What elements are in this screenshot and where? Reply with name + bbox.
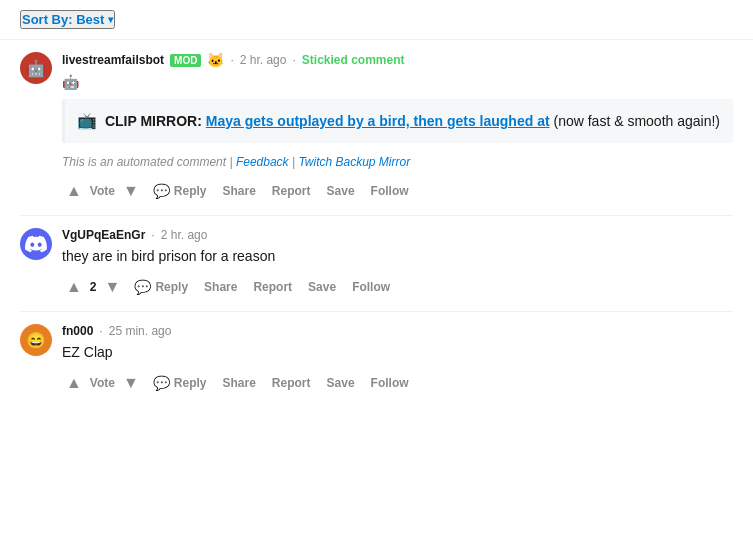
clip-icon: 📺 — [77, 109, 97, 133]
vote-label-3: Vote — [90, 376, 115, 390]
comments-container: 🤖 livestreamfailsbot MOD 🐱 · 2 hr. ago ·… — [0, 40, 753, 407]
comment-content-3: EZ Clap — [62, 342, 733, 363]
comment-body-1: livestreamfailsbot MOD 🐱 · 2 hr. ago · S… — [62, 52, 733, 203]
comment-body-2: VgUPqEaEnGr · 2 hr. ago they are in bird… — [62, 228, 733, 299]
sort-bar: Sort By: Best ▾ — [0, 0, 753, 40]
report-button-2[interactable]: Report — [247, 276, 298, 298]
action-bar-2: ▲ 2 ▼ 💬 Reply Share Report — [62, 275, 733, 299]
stickied-badge: Stickied comment — [302, 53, 405, 67]
dot-sep-3: · — [99, 324, 102, 338]
save-button-3[interactable]: Save — [321, 372, 361, 394]
avatar-3: 😄 — [20, 324, 52, 356]
vote-section-1: ▲ Vote ▼ — [62, 180, 143, 202]
username-1: livestreamfailsbot — [62, 53, 164, 67]
action-bar-1: ▲ Vote ▼ 💬 Reply Share Report — [62, 179, 733, 203]
comment-icon-3: 💬 — [153, 375, 170, 391]
vote-section-3: ▲ Vote ▼ — [62, 372, 143, 394]
comment-content-1: 🤖 📺 CLIP MIRROR: Maya gets outplayed by … — [62, 72, 733, 171]
timestamp-3: 25 min. ago — [109, 324, 172, 338]
comment-thread-2: VgUPqEaEnGr · 2 hr. ago they are in bird… — [20, 216, 733, 312]
share-button-3[interactable]: Share — [217, 372, 262, 394]
comment-header-3: fn000 · 25 min. ago — [62, 324, 733, 338]
comment-1: 🤖 livestreamfailsbot MOD 🐱 · 2 hr. ago ·… — [20, 52, 733, 203]
comment-body-3: fn000 · 25 min. ago EZ Clap ▲ Vote ▼ 💬 R… — [62, 324, 733, 395]
upvote-button-3[interactable]: ▲ — [62, 372, 86, 394]
save-button-2[interactable]: Save — [302, 276, 342, 298]
dot-sep-2: · — [151, 228, 154, 242]
comment-header-2: VgUPqEaEnGr · 2 hr. ago — [62, 228, 733, 242]
bot-emoji: 🤖 — [62, 74, 79, 90]
timestamp-1-text: 2 hr. ago — [240, 53, 287, 67]
reply-button-2[interactable]: 💬 Reply — [128, 275, 194, 299]
report-button-1[interactable]: Report — [266, 180, 317, 202]
timestamp-1: · — [230, 53, 233, 67]
report-button-3[interactable]: Report — [266, 372, 317, 394]
discord-logo-icon — [25, 233, 47, 255]
comment-thread-3: 😄 fn000 · 25 min. ago EZ Clap ▲ Vote ▼ — [20, 312, 733, 407]
feedback-link[interactable]: Feedback — [236, 155, 289, 169]
downvote-button-3[interactable]: ▼ — [119, 372, 143, 394]
follow-button-3[interactable]: Follow — [365, 372, 415, 394]
follow-button-1[interactable]: Follow — [365, 180, 415, 202]
chevron-down-icon: ▾ — [108, 14, 113, 25]
reply-button-1[interactable]: 💬 Reply — [147, 179, 213, 203]
sort-label-text: Sort By: Best — [22, 12, 104, 27]
comment-2: VgUPqEaEnGr · 2 hr. ago they are in bird… — [20, 228, 733, 299]
automated-note: This is an automated comment | Feedback … — [62, 153, 733, 171]
action-bar-3: ▲ Vote ▼ 💬 Reply Share Report — [62, 371, 733, 395]
mod-icon: 🐱 — [207, 52, 224, 68]
avatar-2 — [20, 228, 52, 260]
comment-3: 😄 fn000 · 25 min. ago EZ Clap ▲ Vote ▼ — [20, 324, 733, 395]
upvote-button-1[interactable]: ▲ — [62, 180, 86, 202]
avatar: 🤖 — [20, 52, 52, 84]
vote-count-2: 2 — [90, 280, 97, 294]
vote-label-1: Vote — [90, 184, 115, 198]
vote-section-2: ▲ 2 ▼ — [62, 276, 124, 298]
mod-badge: MOD — [170, 54, 201, 67]
dot-sep: · — [292, 53, 295, 67]
comment-thread-1: 🤖 livestreamfailsbot MOD 🐱 · 2 hr. ago ·… — [20, 40, 733, 216]
upvote-button-2[interactable]: ▲ — [62, 276, 86, 298]
downvote-button-1[interactable]: ▼ — [119, 180, 143, 202]
comment-icon-2: 💬 — [134, 279, 151, 295]
timestamp-2: 2 hr. ago — [161, 228, 208, 242]
save-button-1[interactable]: Save — [321, 180, 361, 202]
follow-button-2[interactable]: Follow — [346, 276, 396, 298]
backup-link[interactable]: Twitch Backup Mirror — [298, 155, 410, 169]
reply-button-3[interactable]: 💬 Reply — [147, 371, 213, 395]
username-3: fn000 — [62, 324, 93, 338]
clip-suffix: (now fast & smooth again!) — [553, 113, 720, 129]
username-2: VgUPqEaEnGr — [62, 228, 145, 242]
comment-content-2: they are in bird prison for a reason — [62, 246, 733, 267]
comment-header-1: livestreamfailsbot MOD 🐱 · 2 hr. ago · S… — [62, 52, 733, 68]
share-button-1[interactable]: Share — [217, 180, 262, 202]
share-button-2[interactable]: Share — [198, 276, 243, 298]
clip-mirror-box: 📺 CLIP MIRROR: Maya gets outplayed by a … — [62, 99, 733, 143]
clip-label: CLIP MIRROR: — [105, 113, 206, 129]
clip-link[interactable]: Maya gets outplayed by a bird, then gets… — [206, 113, 550, 129]
downvote-button-2[interactable]: ▼ — [101, 276, 125, 298]
comment-icon-1: 💬 — [153, 183, 170, 199]
sort-button[interactable]: Sort By: Best ▾ — [20, 10, 115, 29]
